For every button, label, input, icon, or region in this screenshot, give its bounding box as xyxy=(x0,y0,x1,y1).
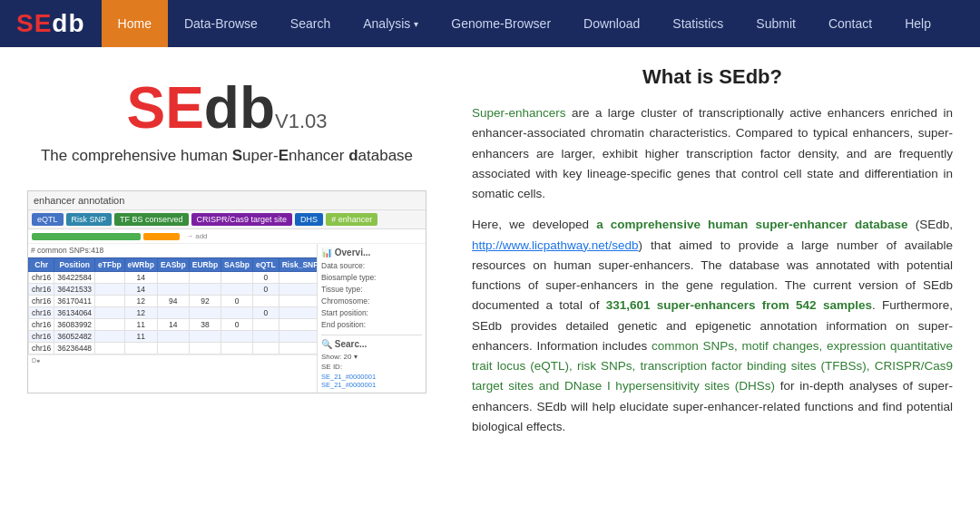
th-chr: Chr xyxy=(29,258,54,272)
ss-show-label: Show: 20 ▾ xyxy=(321,353,422,361)
table-row: chr1636421533140211 xyxy=(29,284,318,296)
th-ewrbp: eWRbp xyxy=(124,258,157,272)
tagline-bold-d: d xyxy=(348,147,358,164)
nav-item-submit[interactable]: Submit xyxy=(740,0,812,47)
sedb-logo: SEdbV1.03 xyxy=(126,74,327,141)
th-etfbp: eTFbp xyxy=(95,258,125,272)
ss-tab-tfbs[interactable]: TF BS conserved xyxy=(114,213,189,226)
p2-intro: Here, we developed xyxy=(472,218,596,231)
table-row: chr16361340641201 xyxy=(29,307,318,319)
ss-field-tissue: Tissue type: xyxy=(321,285,422,294)
th-pos: Position xyxy=(54,258,95,272)
ss-label-endpos: End position: xyxy=(321,320,422,329)
nav-item-download[interactable]: Download xyxy=(567,0,656,47)
ss-label-chr: Chromosome: xyxy=(321,296,422,306)
ss-label-startpos: Start position: xyxy=(321,308,422,317)
ss-tab-eqtl[interactable]: eQTL xyxy=(32,213,64,226)
stats-highlight: 331,601 super-enhancers from 542 samples xyxy=(606,298,872,312)
table-row: chr16361704111294920 xyxy=(29,296,318,307)
navigation: SEdb Home Data-Browse Search Analysis ▾ … xyxy=(0,0,980,47)
sedb-url-link[interactable]: http://www.licpathway.net/sedb xyxy=(472,238,639,252)
ss-data-table: Chr Position eTFbp eWRbp EASbp EURbp SAS… xyxy=(28,257,317,354)
ss-tab-risksnp[interactable]: Risk SNP xyxy=(66,213,113,226)
ss-search-section: 🔍 Searc... Show: 20 ▾ SE ID: SE_21_#0000… xyxy=(321,335,422,389)
description-text: Super-enhancers are a large cluster of t… xyxy=(472,103,953,437)
table-row: chr1636422584140201 xyxy=(29,272,318,284)
ss-field-endpos: End position: xyxy=(321,320,422,329)
ss-tab-crispr[interactable]: CRISPR/Cas9 target site xyxy=(191,213,293,226)
ss-result-link2[interactable]: SE_21_#0000001 xyxy=(321,381,422,389)
th-easbp: EASbp xyxy=(157,258,189,272)
ss-label-datasource: Data source: xyxy=(321,261,422,270)
ss-body: # common SNPs:418 Chr Position eTFbp eWR… xyxy=(28,244,426,393)
logo-db-large: db xyxy=(204,75,275,141)
progress-bar-orange xyxy=(143,233,180,240)
ss-table-area: # common SNPs:418 Chr Position eTFbp eWR… xyxy=(28,244,317,393)
progress-bar-green xyxy=(32,233,141,240)
ss-field-biosample: Biosample type: xyxy=(321,273,422,282)
ss-header-label: enhancer annotation xyxy=(28,191,426,210)
super-enhancers-term: Super-enhancers xyxy=(472,106,566,120)
ss-result-link[interactable]: SE_21_#0000001 xyxy=(321,373,422,381)
nav-item-contact[interactable]: Contact xyxy=(812,0,888,47)
main-content: SEdbV1.03 The comprehensive human Super-… xyxy=(0,47,980,505)
nav-item-help[interactable]: Help xyxy=(888,0,947,47)
ss-field-startpos: Start position: xyxy=(321,308,422,317)
table-row: chr1636083992111438080187160 xyxy=(29,319,318,331)
logo-se: SE xyxy=(16,9,52,37)
ss-label-tissue: Tissue type: xyxy=(321,285,422,294)
nav-item-search[interactable]: Search xyxy=(274,0,347,47)
ss-right-panel: 📊 Overvi... Data source: Biosample type:… xyxy=(317,244,426,393)
p2-sedb: (SEdb, xyxy=(908,218,953,231)
ss-tab-enhancer[interactable]: # enhancer xyxy=(326,213,377,226)
ss-field-chr: Chromosome: xyxy=(321,296,422,306)
nav-item-data-browse[interactable]: Data-Browse xyxy=(168,0,274,47)
site-logo[interactable]: SEdb xyxy=(0,9,102,38)
th-risksnp: Risk_SNP xyxy=(279,258,317,272)
ss-tabs: eQTL Risk SNP TF BS conserved CRISPR/Cas… xyxy=(28,210,426,229)
analysis-arrow-icon: ▾ xyxy=(414,19,418,29)
version-label: V1.03 xyxy=(275,110,328,132)
progress-label: → add xyxy=(186,232,208,240)
paragraph-2: Here, we developed a comprehensive human… xyxy=(472,215,953,437)
tagline-bold-s: S xyxy=(232,147,242,164)
th-eurbp: EURbp xyxy=(189,258,220,272)
left-panel: SEdbV1.03 The comprehensive human Super-… xyxy=(0,47,454,505)
ss-progress-bars: → add xyxy=(28,229,426,244)
ss-footer: D● xyxy=(28,354,317,365)
logo-se-large: SE xyxy=(126,75,203,141)
nav-item-genome-browser[interactable]: Genome-Browser xyxy=(435,0,567,47)
ss-search-title: 🔍 Searc... xyxy=(321,339,422,349)
ss-snp-count: # common SNPs:418 xyxy=(28,244,317,257)
ss-overview-title: 📊 Overvi... xyxy=(321,248,422,257)
ss-label-biosample: Biosample type: xyxy=(321,273,422,282)
p2-db-link-text: a comprehensive human super-enhancer dat… xyxy=(596,218,907,231)
nav-item-home[interactable]: Home xyxy=(102,0,168,47)
nav-item-statistics[interactable]: Statistics xyxy=(656,0,740,47)
th-eqtl: eQTL xyxy=(252,258,279,272)
section-title: What is SEdb? xyxy=(472,65,953,89)
ss-tab-dhs[interactable]: DHS xyxy=(295,213,323,226)
table-row: chr163623644891 xyxy=(29,343,318,354)
nav-items: Home Data-Browse Search Analysis ▾ Genom… xyxy=(102,0,947,47)
screenshot-mockup: enhancer annotation eQTL Risk SNP TF BS … xyxy=(27,190,426,393)
th-sasbp: SASbp xyxy=(221,258,253,272)
logo-db: db xyxy=(52,9,84,37)
nav-item-analysis[interactable]: Analysis ▾ xyxy=(347,0,435,47)
ss-field-datasource: Data source: xyxy=(321,261,422,270)
table-row: chr16360524821191 xyxy=(29,331,318,343)
right-panel: What is SEdb? Super-enhancers are a larg… xyxy=(454,47,980,505)
tagline-bold-e: E xyxy=(279,147,289,164)
tagline: The comprehensive human Super-Enhancer d… xyxy=(41,147,413,165)
ss-se-id-label: SE ID: xyxy=(321,363,422,371)
p1-text: are a large cluster of transcriptionally… xyxy=(472,106,953,200)
paragraph-1: Super-enhancers are a large cluster of t… xyxy=(472,103,953,204)
